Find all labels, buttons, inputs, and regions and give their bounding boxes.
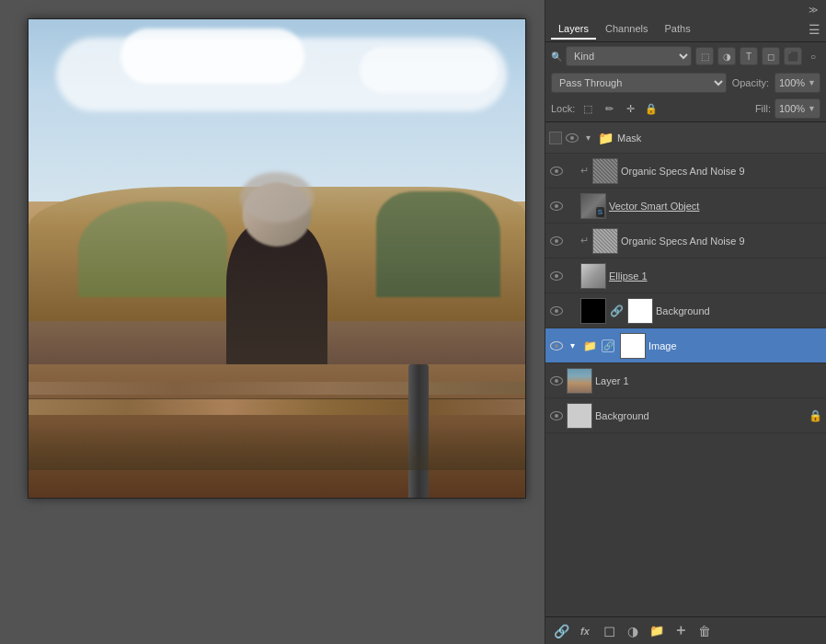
add-style-btn[interactable]: fx xyxy=(575,621,595,641)
filter-kind-select[interactable]: Kind xyxy=(566,46,692,66)
panel-tabs: Layers Channels Paths ☰ xyxy=(545,17,826,42)
panel-menu-btn[interactable]: ☰ xyxy=(809,22,820,37)
add-mask-btn[interactable]: ◻ xyxy=(599,621,619,641)
layer-thumb-bg-main xyxy=(567,403,592,429)
layer-name-image: Image xyxy=(648,340,822,351)
new-fill-btn[interactable]: ◑ xyxy=(623,621,643,641)
layer-background-main[interactable]: Background 🔒 xyxy=(545,398,826,433)
eye-icon-mask[interactable] xyxy=(565,131,579,145)
tab-layers[interactable]: Layers xyxy=(551,19,596,40)
eye-icon-layer1[interactable] xyxy=(549,374,564,388)
filter-type-btn[interactable]: T xyxy=(740,47,758,65)
lock-icon-bg-main: 🔒 xyxy=(809,409,822,422)
layer-thumb-bg2 xyxy=(627,298,653,324)
layer-link-icon: 🔗 xyxy=(610,305,624,317)
layer-name-bg-group: Background xyxy=(656,305,822,316)
layer-thumb-layer1 xyxy=(567,368,592,394)
filter-pixel-btn[interactable]: ⬚ xyxy=(695,47,714,65)
link-layers-btn[interactable]: 🔗 xyxy=(551,621,571,641)
eye-icon-organic2[interactable] xyxy=(549,234,564,248)
eye-icon-image[interactable] xyxy=(549,339,564,353)
lock-label: Lock: xyxy=(551,103,575,114)
clip-arrow-organic1: ↵ xyxy=(580,165,589,177)
canvas-area xyxy=(0,0,545,644)
lock-image-btn[interactable]: ✏ xyxy=(600,99,618,118)
opacity-label: Opacity: xyxy=(732,77,769,88)
layer-image-group[interactable]: ▾ 📁 🔗 Image xyxy=(545,328,826,363)
lock-icons: ⬚ ✏ ✛ 🔒 xyxy=(579,99,751,118)
layer-name-bg-main: Background xyxy=(595,410,806,421)
layer-name-mask: Mask xyxy=(617,132,822,144)
lock-all-btn[interactable]: 🔒 xyxy=(642,99,660,118)
fill-input[interactable]: 100% ▼ xyxy=(774,98,820,119)
eye-icon-ellipse[interactable] xyxy=(549,269,564,283)
search-icon: 🔍 xyxy=(551,52,562,62)
clip-arrow-organic2: ↵ xyxy=(580,235,589,247)
layer-organic2[interactable]: ↵ Organic Specs And Noise 9 xyxy=(545,224,826,259)
layer-name-layer1: Layer 1 xyxy=(595,375,822,386)
layer-ellipse1[interactable]: Ellipse 1 xyxy=(545,259,826,293)
layer-name-ellipse: Ellipse 1 xyxy=(609,270,822,282)
layer-thumb-organic1 xyxy=(592,158,618,184)
eye-icon-vector[interactable] xyxy=(549,199,564,213)
filter-adj-btn[interactable]: ◑ xyxy=(717,47,736,65)
new-layer-btn[interactable]: ＋ xyxy=(671,621,691,641)
layer-background-group[interactable]: 🔗 Background xyxy=(545,293,826,328)
canvas-wrapper xyxy=(28,18,526,499)
eye-icon-bg-main[interactable] xyxy=(549,408,564,423)
filter-shape-btn[interactable]: ◻ xyxy=(762,47,780,65)
right-panel: ≫ Layers Channels Paths ☰ 🔍 Kind ⬚ ◑ T ◻… xyxy=(545,0,826,644)
layer-layer1[interactable]: Layer 1 xyxy=(545,363,826,398)
opacity-input[interactable]: 100% ▼ xyxy=(774,73,820,93)
folder-icon-image: 📁 xyxy=(580,337,599,355)
fill-label: Fill: xyxy=(755,103,771,114)
new-group-btn[interactable]: 📁 xyxy=(647,621,667,641)
layer-vis-check-mask[interactable] xyxy=(549,132,562,144)
layer-organic1[interactable]: ↵ Organic Specs And Noise 9 xyxy=(545,154,826,189)
lock-transparent-btn[interactable]: ⬚ xyxy=(579,99,597,118)
layer-name-organic2: Organic Specs And Noise 9 xyxy=(621,236,822,247)
layer-thumb-image xyxy=(620,333,646,359)
folder-icon-mask: 📁 xyxy=(596,129,614,147)
layer-thumb-bg1 xyxy=(580,298,606,324)
delete-layer-btn[interactable]: 🗑 xyxy=(694,621,715,641)
lock-position-btn[interactable]: ✛ xyxy=(621,99,639,118)
layer-name-vector: Vector Smart Object xyxy=(609,201,822,212)
panel-expand-btn[interactable]: ≫ xyxy=(806,4,820,15)
layer-chain-icon: 🔗 xyxy=(602,339,614,352)
layers-list: ▾ 📁 Mask ↵ Organic Specs And Noise 9 S xyxy=(545,122,826,616)
layer-mask-group[interactable]: ▾ 📁 Mask xyxy=(545,122,826,154)
blend-mode-select[interactable]: Pass Through xyxy=(551,73,727,93)
filter-toggle-btn[interactable]: ○ xyxy=(806,47,820,65)
filter-smart-btn[interactable]: ⬛ xyxy=(784,47,802,65)
filter-row: 🔍 Kind ⬚ ◑ T ◻ ⬛ ○ xyxy=(545,42,826,70)
layer-vector-smart[interactable]: S Vector Smart Object xyxy=(545,189,826,224)
tab-channels[interactable]: Channels xyxy=(598,19,655,40)
eye-icon-organic1[interactable] xyxy=(549,164,564,178)
panel-header: ≫ xyxy=(545,0,826,17)
group-expand-mask[interactable]: ▾ xyxy=(582,132,593,144)
group-expand-image[interactable]: ▾ xyxy=(567,340,578,351)
layer-thumb-vector: S xyxy=(580,193,606,219)
blend-row: Pass Through Opacity: 100% ▼ xyxy=(545,70,826,96)
layer-name-organic1: Organic Specs And Noise 9 xyxy=(621,166,822,177)
layer-thumb-organic2 xyxy=(592,228,618,254)
layer-thumb-ellipse xyxy=(580,263,606,289)
tab-paths[interactable]: Paths xyxy=(658,19,698,40)
canvas-image xyxy=(29,19,525,498)
lock-row: Lock: ⬚ ✏ ✛ 🔒 Fill: 100% ▼ xyxy=(545,96,826,122)
eye-icon-bg-group[interactable] xyxy=(549,304,564,318)
panel-bottom: 🔗 fx ◻ ◑ 📁 ＋ 🗑 xyxy=(545,616,826,644)
